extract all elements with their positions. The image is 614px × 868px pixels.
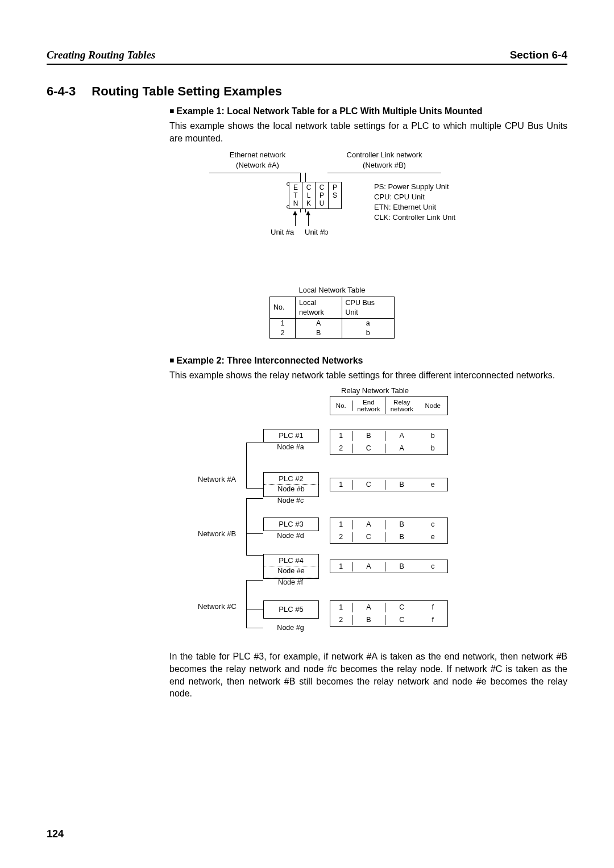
cell: 1 xyxy=(330,603,352,612)
header-right: Section 6-4 xyxy=(510,48,567,62)
table-row: 1 2 A B a b xyxy=(270,319,395,339)
cell: 2 xyxy=(270,328,295,338)
cell: 1 xyxy=(330,431,352,441)
cell: A xyxy=(296,319,342,328)
table-row: No. Local network CPU Bus Unit xyxy=(270,297,395,319)
label-network-b: Network #B xyxy=(198,529,236,539)
plc2-box: PLC #2 Node #b xyxy=(263,472,319,497)
label-network-c: Network #C xyxy=(198,602,237,612)
rnt-header: No. End network Relay network Node xyxy=(330,396,448,415)
cell: 1 xyxy=(270,319,295,328)
cell: C xyxy=(352,444,385,453)
cell: B xyxy=(385,532,418,542)
cell: 2 xyxy=(330,444,352,453)
figure-example2: Relay Network Table No. End network Rela… xyxy=(169,386,567,647)
legend-etn: ETN: Ethernet Unit xyxy=(374,202,455,212)
cell: 2 xyxy=(330,615,352,625)
col-relay: Relay network xyxy=(385,397,418,414)
header-left: Creating Routing Tables xyxy=(47,48,155,62)
label-unit-b: Unit #b xyxy=(305,227,328,237)
slot-etn: E T N xyxy=(289,182,302,208)
example1-paragraph: This example shows the local network tab… xyxy=(169,120,567,144)
cell: b xyxy=(418,444,448,453)
example2-paragraph: This example shows the relay network tab… xyxy=(169,369,567,382)
label-node-b: Node #b xyxy=(264,484,318,494)
label: PLC #4 xyxy=(264,556,318,566)
col-end: End network xyxy=(352,397,385,414)
cell: a xyxy=(342,319,394,328)
cell: A xyxy=(352,562,385,571)
plc-rack: E T N C L K C P U P S xyxy=(289,182,342,209)
col-no: No. xyxy=(270,297,296,319)
label-node-e: Node #e xyxy=(264,566,318,576)
cell: C xyxy=(385,603,418,612)
subsection-title: Routing Table Setting Examples xyxy=(92,83,282,100)
cell: C xyxy=(385,615,418,625)
example2-after-paragraph: In the table for PLC #3, for example, if… xyxy=(169,650,567,699)
slot-cpu: C P U xyxy=(316,182,329,208)
legend-cpu: CPU: CPU Unit xyxy=(374,192,455,202)
label-node-g: Node #g xyxy=(263,623,318,633)
label-network-a: (Network #A) xyxy=(209,160,306,170)
label-network-a: Network #A xyxy=(198,474,236,485)
plc3-box: PLC #3 xyxy=(263,518,319,531)
label-network-b: (Network #B) xyxy=(327,160,441,170)
legend: PS: Power Supply Unit CPU: CPU Unit ETN:… xyxy=(374,182,455,223)
cell: b xyxy=(342,328,394,338)
rnt-plc4: 1 A B c xyxy=(330,560,448,573)
local-network-table-block: Local Network Table No. Local network CP… xyxy=(169,285,567,339)
slot-ps: P S xyxy=(329,182,341,208)
cell: A xyxy=(385,444,418,453)
label-node-a: Node #a xyxy=(263,443,318,452)
col-cpu: CPU Bus Unit xyxy=(342,297,394,319)
cell: 1 xyxy=(330,480,352,490)
label-node-c: Node #c xyxy=(263,496,318,506)
cell: e xyxy=(418,532,448,542)
cell: C xyxy=(352,480,385,490)
label-unit-a: Unit #a xyxy=(271,227,294,237)
cell: 1 xyxy=(330,562,352,571)
label: PLC #2 xyxy=(264,474,318,484)
cell: b xyxy=(418,431,448,441)
cell: f xyxy=(418,603,448,612)
col-local: Local network xyxy=(296,297,342,319)
cell: e xyxy=(418,480,448,490)
cell: B xyxy=(385,562,418,571)
subsection-heading: 6-4-3 Routing Table Setting Examples xyxy=(47,83,567,100)
cell: B xyxy=(385,520,418,529)
cell: A xyxy=(352,603,385,612)
col-node: Node xyxy=(418,400,448,411)
example1-title: Example 1: Local Network Table for a PLC… xyxy=(169,105,567,118)
cell: B xyxy=(352,615,385,625)
label-node-f: Node #f xyxy=(263,578,318,587)
plc5-box: PLC #5 xyxy=(263,600,319,619)
cell: f xyxy=(418,615,448,625)
col-no: No. xyxy=(330,400,352,411)
cell: A xyxy=(352,520,385,529)
cell: c xyxy=(418,520,448,529)
rnt-plc5: 1 A C f 2 B C f xyxy=(330,600,448,627)
legend-ps: PS: Power Supply Unit xyxy=(374,182,455,192)
rnt-plc2: 1 C B e xyxy=(330,478,448,491)
running-header: Creating Routing Tables Section 6-4 xyxy=(47,48,567,65)
legend-clk: CLK: Controller Link Unit xyxy=(374,212,455,223)
plc4-box: PLC #4 Node #e xyxy=(263,554,319,579)
slot-clk: C L K xyxy=(302,182,316,208)
example2-title: Example 2: Three Interconnected Networks xyxy=(169,354,567,367)
cell: C xyxy=(352,532,385,542)
subsection-number: 6-4-3 xyxy=(47,83,76,100)
cell: B xyxy=(352,431,385,441)
plc1-box: PLC #1 xyxy=(263,429,319,443)
local-network-table: No. Local network CPU Bus Unit 1 2 A B a xyxy=(269,297,395,339)
cell: c xyxy=(418,562,448,571)
lnt-caption: Local Network Table xyxy=(269,285,395,295)
rnt-plc1: 1 B A b 2 C A b xyxy=(330,429,448,455)
cell: 1 xyxy=(330,520,352,529)
rnt-plc3: 1 A B c 2 C B e xyxy=(330,518,448,544)
label-node-d: Node #d xyxy=(263,531,318,541)
label-ethernet-network: Ethernet network xyxy=(209,150,306,160)
label-clk-network: Controller Link network xyxy=(327,150,441,160)
cell: B xyxy=(296,328,342,338)
cell: 2 xyxy=(330,532,352,542)
cell: B xyxy=(385,480,418,490)
